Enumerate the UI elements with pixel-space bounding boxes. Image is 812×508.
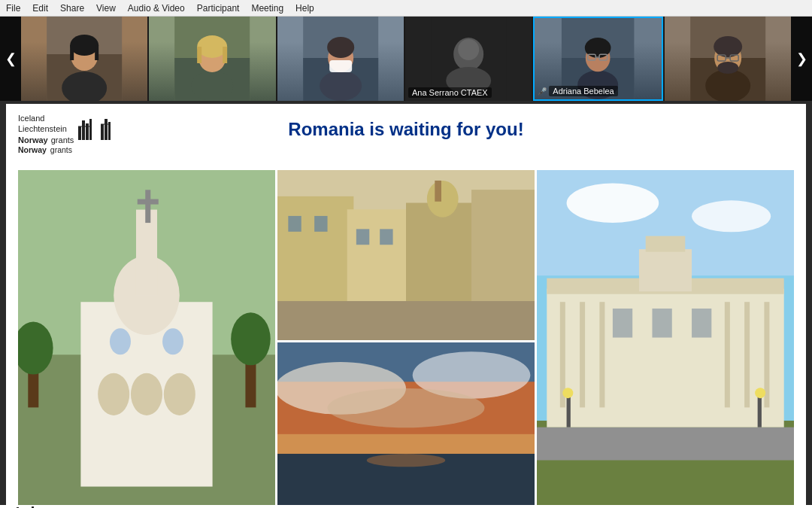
svg-point-99 xyxy=(562,388,573,398)
svg-rect-5 xyxy=(70,45,74,60)
participant-tile-2[interactable] xyxy=(149,17,275,101)
participant-tile-5[interactable]: 🎤 Adriana Bebelea xyxy=(533,17,662,101)
menu-audio-video[interactable]: Audio & Video xyxy=(128,3,185,14)
svg-rect-84 xyxy=(537,427,794,461)
svg-point-57 xyxy=(98,373,129,415)
participant-name-4: Ana Serrano CTAEX xyxy=(408,87,492,98)
participant-tile-3[interactable] xyxy=(277,17,404,101)
logo-area: Iceland Liechtenstein Norway grants xyxy=(18,113,183,154)
svg-point-110 xyxy=(367,454,445,467)
svg-point-36 xyxy=(714,36,742,57)
logo-buildings-svg xyxy=(77,113,120,143)
photo-sunset xyxy=(277,342,535,505)
svg-rect-18 xyxy=(329,60,352,72)
svg-rect-12 xyxy=(197,47,201,63)
svg-rect-87 xyxy=(639,249,692,291)
svg-rect-100 xyxy=(758,394,762,427)
svg-rect-92 xyxy=(725,302,730,407)
menu-bar: File Edit Share View Audio & Video Parti… xyxy=(0,0,812,17)
video-participants: Ana Serrano CTAEX 🎤 Adriana Bebelea xyxy=(21,17,791,101)
svg-rect-96 xyxy=(652,309,671,338)
svg-point-77 xyxy=(427,181,459,217)
svg-rect-44 xyxy=(89,119,92,140)
svg-point-101 xyxy=(755,388,765,398)
participant-tile-1[interactable] xyxy=(21,17,147,101)
svg-rect-90 xyxy=(580,302,585,407)
svg-point-58 xyxy=(131,373,162,415)
participant-tile-4[interactable]: Ana Serrano CTAEX xyxy=(405,17,532,101)
slide-area: Iceland Liechtenstein Norway grants xyxy=(6,104,806,505)
svg-point-60 xyxy=(110,328,131,354)
menu-participant[interactable]: Participant xyxy=(197,3,240,14)
menu-view[interactable]: View xyxy=(96,3,116,14)
svg-point-9 xyxy=(191,71,233,101)
photo-church xyxy=(18,170,275,505)
photo-grid xyxy=(18,170,794,505)
svg-point-37 xyxy=(717,62,738,74)
svg-rect-93 xyxy=(744,302,750,407)
logo-line2: Liechtenstein xyxy=(18,123,74,134)
logo-line1: Iceland xyxy=(18,113,74,123)
bottom-logos xyxy=(0,505,812,508)
svg-rect-75 xyxy=(380,229,392,245)
svg-rect-6 xyxy=(95,45,98,60)
svg-rect-56 xyxy=(138,199,159,205)
svg-rect-78 xyxy=(435,181,441,202)
menu-share[interactable]: Share xyxy=(60,3,84,14)
participant-name-5: Adriana Bebelea xyxy=(549,86,617,96)
svg-rect-74 xyxy=(356,229,369,245)
logo-line3: Norway grants xyxy=(18,135,74,145)
svg-point-34 xyxy=(705,69,750,101)
svg-point-82 xyxy=(692,200,771,232)
svg-rect-55 xyxy=(145,190,150,223)
svg-point-81 xyxy=(567,184,659,224)
svg-point-16 xyxy=(320,71,362,101)
svg-rect-95 xyxy=(613,309,632,338)
mic-icon-5: 🎤 xyxy=(538,87,547,96)
svg-point-61 xyxy=(162,328,183,354)
svg-rect-43 xyxy=(86,123,89,140)
svg-point-23 xyxy=(458,39,479,60)
svg-rect-97 xyxy=(692,309,711,338)
svg-rect-46 xyxy=(101,124,104,140)
svg-point-4 xyxy=(70,35,98,56)
svg-point-59 xyxy=(164,373,195,415)
logo-norway-grants: Norway grants xyxy=(18,145,183,154)
participant-tile-6[interactable] xyxy=(665,17,791,101)
photo-parliament xyxy=(537,170,794,505)
next-arrow[interactable]: ❯ xyxy=(791,17,812,101)
svg-rect-98 xyxy=(567,394,571,427)
svg-rect-91 xyxy=(599,302,604,407)
menu-meeting[interactable]: Meeting xyxy=(251,3,283,14)
video-strip: ❮ xyxy=(0,17,812,101)
menu-edit[interactable]: Edit xyxy=(32,3,48,14)
svg-rect-48 xyxy=(108,122,111,140)
svg-point-65 xyxy=(231,312,271,365)
svg-rect-41 xyxy=(78,126,81,140)
svg-point-107 xyxy=(328,388,485,427)
svg-rect-72 xyxy=(288,216,301,232)
svg-point-19 xyxy=(327,37,354,58)
main-content: Iceland Liechtenstein Norway grants xyxy=(6,104,806,505)
prev-arrow[interactable]: ❮ xyxy=(0,17,21,101)
svg-rect-47 xyxy=(105,119,108,140)
svg-rect-13 xyxy=(223,47,227,63)
svg-rect-88 xyxy=(646,236,686,252)
menu-file[interactable]: File xyxy=(6,3,20,14)
svg-rect-76 xyxy=(277,301,535,340)
svg-rect-73 xyxy=(314,216,327,232)
menu-help[interactable]: Help xyxy=(295,3,314,14)
photo-street xyxy=(277,170,535,340)
svg-rect-42 xyxy=(82,120,85,140)
